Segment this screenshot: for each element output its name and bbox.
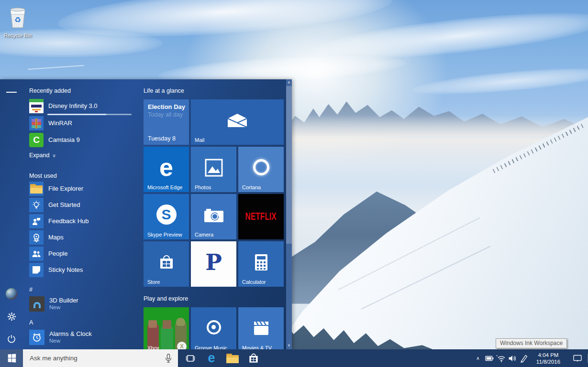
- tile-group-header-life: Life at a glance: [144, 87, 184, 94]
- scroll-up-icon[interactable]: ∧: [286, 80, 292, 85]
- maps-pin-icon: [29, 230, 44, 245]
- calendar-date: Tuesday 8: [148, 135, 176, 142]
- tile-mail[interactable]: Mail: [191, 99, 284, 145]
- tile-cortana[interactable]: Cortana: [238, 147, 284, 192]
- tile-skype-preview[interactable]: S Skype Preview: [144, 194, 189, 239]
- action-center-icon: [573, 354, 582, 363]
- app-item-maps[interactable]: Maps: [29, 230, 138, 245]
- system-tray: ∧ *: [472, 349, 588, 367]
- calendar-event-title: Election Day: [148, 103, 185, 110]
- app-label: Feedback Hub: [48, 217, 89, 225]
- tile-microsoft-edge[interactable]: e Microsoft Edge: [144, 147, 189, 192]
- app-label: File Explorer: [48, 185, 83, 192]
- wifi-icon[interactable]: *: [495, 355, 507, 362]
- camtasia-icon: C: [29, 133, 44, 147]
- app-label: Sticky Notes: [48, 266, 83, 273]
- tile-pandora[interactable]: P: [191, 241, 236, 287]
- alpha-header-hash: #: [29, 286, 33, 293]
- app-item-alarms-clock[interactable]: Alarms & Clock New: [29, 330, 138, 345]
- app-item-3d-builder[interactable]: 3D Builder New: [29, 296, 138, 312]
- movies-tv-icon: [238, 307, 284, 349]
- windows-logo-icon: [8, 354, 16, 363]
- app-label: People: [48, 250, 67, 257]
- start-menu-scrollbar[interactable]: ∧ ∨: [286, 79, 292, 349]
- tile-photos[interactable]: Photos: [191, 147, 236, 192]
- user-avatar[interactable]: [6, 288, 17, 300]
- start-button[interactable]: [0, 349, 23, 367]
- task-view-button[interactable]: [180, 349, 201, 367]
- feedback-hub-icon: [29, 214, 44, 228]
- install-progress-bar: [47, 114, 132, 115]
- action-center-button[interactable]: [567, 354, 588, 363]
- app-label: Disney Infinity 3.0: [48, 102, 98, 109]
- task-view-icon: [185, 354, 196, 363]
- windows-ink-workspace-button[interactable]: [518, 354, 530, 363]
- 3d-builder-icon: [29, 296, 44, 312]
- tile-groove-music[interactable]: Groove Music: [191, 307, 236, 349]
- groove-music-icon: [191, 307, 236, 349]
- app-item-people[interactable]: People: [29, 246, 138, 261]
- start-menu: Recently added Disney Infinity 3.0: [0, 79, 292, 349]
- power-button[interactable]: [6, 334, 17, 344]
- app-item-sticky-notes[interactable]: Sticky Notes: [29, 262, 138, 277]
- taskbar-clock[interactable]: 4:04 PM 11/8/2016: [533, 352, 564, 365]
- pandora-logo: P: [205, 249, 222, 275]
- app-item-get-started[interactable]: Get Started: [29, 197, 138, 212]
- cortana-search-box[interactable]: [23, 349, 178, 367]
- svg-text:*: *: [496, 355, 498, 358]
- expand-button[interactable]: Expand∨: [29, 152, 56, 159]
- app-label: Maps: [48, 234, 64, 241]
- settings-button[interactable]: [6, 311, 17, 322]
- scrollbar-thumb[interactable]: [286, 86, 292, 244]
- recycle-bin-label: Recycle Bin: [3, 32, 33, 38]
- microphone-icon[interactable]: [165, 354, 172, 363]
- app-item-winrar[interactable]: WinRAR: [29, 116, 138, 130]
- speaker-icon[interactable]: [507, 355, 518, 362]
- file-explorer-icon: [29, 182, 44, 196]
- tile-calendar[interactable]: Election Day Today all day Tuesday 8: [144, 99, 189, 145]
- disney-infinity-icon: [29, 99, 44, 113]
- app-item-disney-infinity[interactable]: Disney Infinity 3.0: [29, 98, 138, 113]
- new-badge: New: [49, 304, 78, 311]
- alpha-header-a: A: [29, 319, 33, 326]
- taskbar-edge-button[interactable]: e: [201, 349, 222, 367]
- app-item-file-explorer[interactable]: File Explorer: [29, 181, 138, 196]
- clock-date: 11/8/2016: [533, 358, 564, 365]
- calendar-event-time: Today all day: [148, 111, 183, 118]
- battery-icon[interactable]: [484, 356, 495, 361]
- app-label: 3D Builder New: [49, 297, 78, 311]
- tray-chevron-up-icon[interactable]: ∧: [472, 356, 484, 361]
- lightbulb-icon: [29, 198, 44, 212]
- pen-icon: [520, 354, 528, 363]
- tile-netflix[interactable]: NETFLIX: [238, 194, 284, 239]
- taskbar-store-button[interactable]: [243, 349, 264, 367]
- tile-group-header-play: Play and explore: [144, 295, 188, 302]
- gear-icon: [7, 312, 16, 321]
- section-header-recently-added: Recently added: [29, 87, 71, 94]
- app-item-camtasia[interactable]: C Camtasia 9: [29, 132, 138, 147]
- alarms-clock-icon: [29, 330, 44, 345]
- hamburger-menu-button[interactable]: [6, 87, 17, 97]
- clock-time: 4:04 PM: [533, 352, 564, 358]
- netflix-logo: NETFLIX: [245, 211, 277, 223]
- file-explorer-icon: [226, 354, 239, 363]
- scroll-down-icon[interactable]: ∨: [286, 343, 292, 347]
- app-item-feedback-hub[interactable]: Feedback Hub: [29, 214, 138, 228]
- recycle-bin-icon: ♻: [7, 5, 29, 30]
- app-label: Alarms & Clock New: [49, 330, 92, 345]
- taskbar: e ∧: [0, 349, 588, 367]
- taskbar-file-explorer-button[interactable]: [222, 349, 243, 367]
- edge-icon: e: [208, 352, 215, 365]
- tile-camera[interactable]: Camera: [191, 194, 236, 239]
- search-input[interactable]: [23, 354, 152, 362]
- tile-movies-tv[interactable]: Movies & TV: [238, 307, 284, 349]
- xbox-sphere-icon: X: [177, 342, 187, 349]
- tile-calculator[interactable]: Calculator: [238, 241, 284, 287]
- app-label: Get Started: [48, 201, 80, 208]
- mail-envelope-icon: [191, 99, 284, 145]
- section-header-most-used: Most used: [29, 173, 57, 179]
- svg-text:♻: ♻: [14, 15, 21, 24]
- tile-xbox[interactable]: X Xbox: [144, 307, 189, 349]
- tile-store[interactable]: Store: [144, 241, 189, 287]
- recycle-bin-desktop-icon[interactable]: ♻ Recycle Bin: [3, 5, 33, 38]
